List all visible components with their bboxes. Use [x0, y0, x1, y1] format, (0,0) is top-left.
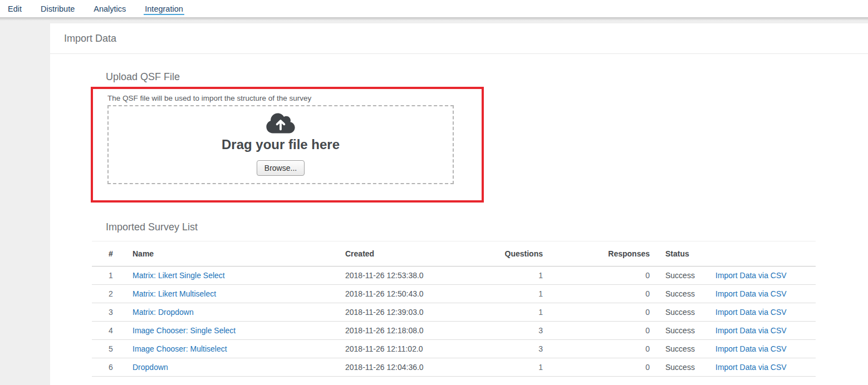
- table-row: 5 Image Chooser: Multiselect 2018-11-26 …: [92, 340, 816, 358]
- table-row: 4 Image Chooser: Single Select 2018-11-2…: [92, 322, 816, 340]
- row-index: 1: [92, 266, 133, 285]
- import-csv-link[interactable]: Import Data via CSV: [715, 326, 787, 335]
- column-header-responses: Responses: [543, 241, 650, 266]
- table-header-row: # Name Created Questions Responses Statu…: [92, 241, 816, 266]
- row-responses: 0: [543, 322, 650, 340]
- column-header-index: #: [92, 241, 133, 266]
- upload-description: The QSF file will be used to import the …: [107, 94, 311, 102]
- tab-distribute[interactable]: Distribute: [40, 2, 76, 15]
- import-csv-link[interactable]: Import Data via CSV: [715, 344, 787, 353]
- row-created: 2018-11-26 12:39:03.0: [345, 303, 504, 322]
- column-header-status: Status: [650, 241, 711, 266]
- survey-name-link[interactable]: Image Chooser: Multiselect: [133, 344, 227, 353]
- row-questions: 1: [504, 285, 543, 303]
- import-csv-link[interactable]: Import Data via CSV: [715, 308, 787, 317]
- page-title: Import Data: [64, 33, 116, 45]
- row-created: 2018-11-26 12:04:36.0: [345, 358, 504, 377]
- survey-name-link[interactable]: Matrix: Likert Multiselect: [133, 289, 216, 298]
- row-responses: 0: [543, 285, 650, 303]
- page-header: Import Data: [50, 23, 868, 54]
- content-panel: Import Data Upload QSF File The QSF file…: [50, 23, 868, 385]
- tab-edit[interactable]: Edit: [7, 2, 23, 15]
- file-dropzone[interactable]: Drag your file here Browse...: [107, 105, 454, 184]
- column-header-questions: Questions: [504, 241, 543, 266]
- import-csv-link[interactable]: Import Data via CSV: [715, 363, 787, 372]
- table-row: 6 Dropdown 2018-11-26 12:04:36.0 1 0 Suc…: [92, 358, 816, 377]
- row-index: 2: [92, 285, 133, 303]
- cloud-upload-icon: [266, 112, 296, 135]
- row-index: 4: [92, 322, 133, 340]
- row-index: 5: [92, 340, 133, 358]
- row-status: Success: [650, 358, 711, 377]
- row-status: Success: [650, 266, 711, 285]
- row-questions: 3: [504, 340, 543, 358]
- tab-analytics[interactable]: Analytics: [92, 2, 127, 15]
- row-responses: 0: [543, 266, 650, 285]
- row-status: Success: [650, 285, 711, 303]
- row-responses: 0: [543, 303, 650, 322]
- survey-list-section-title: Imported Survey List: [106, 221, 198, 233]
- browse-button[interactable]: Browse...: [257, 160, 305, 176]
- table-row: 1 Matrix: Likert Single Select 2018-11-2…: [92, 266, 816, 285]
- upload-section-title: Upload QSF File: [106, 71, 180, 83]
- survey-name-link[interactable]: Image Chooser: Single Select: [133, 326, 236, 335]
- survey-name-link[interactable]: Matrix: Likert Single Select: [133, 271, 225, 280]
- row-created: 2018-11-26 12:18:08.0: [345, 322, 504, 340]
- row-questions: 1: [504, 358, 543, 377]
- row-questions: 3: [504, 322, 543, 340]
- column-header-created: Created: [345, 241, 504, 266]
- row-questions: 1: [504, 266, 543, 285]
- column-header-name: Name: [133, 241, 345, 266]
- row-index: 6: [92, 358, 133, 377]
- import-csv-link[interactable]: Import Data via CSV: [715, 271, 787, 280]
- table-row: 3 Matrix: Dropdown 2018-11-26 12:39:03.0…: [92, 303, 816, 322]
- row-questions: 1: [504, 303, 543, 322]
- row-responses: 0: [543, 358, 650, 377]
- imported-survey-table: # Name Created Questions Responses Statu…: [92, 241, 816, 377]
- row-created: 2018-11-26 12:53:38.0: [345, 266, 504, 285]
- top-navigation: Edit Distribute Analytics Integration: [0, 0, 868, 17]
- row-index: 3: [92, 303, 133, 322]
- table-row: 2 Matrix: Likert Multiselect 2018-11-26 …: [92, 285, 816, 303]
- survey-name-link[interactable]: Dropdown: [133, 363, 168, 372]
- column-header-action: [711, 241, 816, 266]
- dropzone-label: Drag your file here: [222, 137, 340, 152]
- survey-name-link[interactable]: Matrix: Dropdown: [133, 308, 194, 317]
- row-status: Success: [650, 340, 711, 358]
- tab-integration[interactable]: Integration: [144, 2, 184, 15]
- row-responses: 0: [543, 340, 650, 358]
- row-created: 2018-11-26 12:50:43.0: [345, 285, 504, 303]
- import-csv-link[interactable]: Import Data via CSV: [715, 289, 787, 298]
- nav-shadow-divider: [0, 17, 868, 21]
- row-status: Success: [650, 322, 711, 340]
- row-created: 2018-11-26 12:11:02.0: [345, 340, 504, 358]
- row-status: Success: [650, 303, 711, 322]
